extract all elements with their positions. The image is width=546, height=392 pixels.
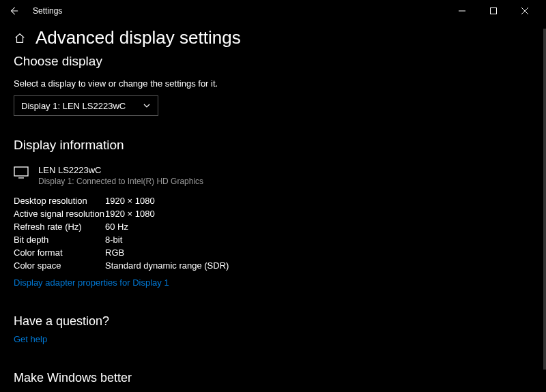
info-label: Refresh rate (Hz) — [14, 222, 105, 232]
info-value: Standard dynamic range (SDR) — [105, 260, 229, 271]
monitor-icon — [14, 166, 29, 181]
close-button[interactable] — [509, 0, 541, 22]
table-row: Desktop resolution 1920 × 1080 — [14, 196, 532, 206]
app-title: Settings — [33, 6, 62, 16]
table-row: Color space Standard dynamic range (SDR) — [14, 260, 532, 271]
choose-display-heading: Choose display — [14, 54, 532, 69]
scrollbar[interactable] — [543, 29, 546, 370]
svg-rect-1 — [14, 167, 28, 176]
table-row: Color format RGB — [14, 247, 532, 258]
display-dropdown-value: Display 1: LEN LS2223wC — [21, 101, 126, 111]
info-label: Color format — [14, 247, 105, 258]
page-header: Advanced display settings — [14, 27, 532, 48]
page-title: Advanced display settings — [35, 27, 241, 48]
table-row: Bit depth 8-bit — [14, 235, 532, 245]
info-label: Active signal resolution — [14, 209, 105, 219]
table-row: Active signal resolution 1920 × 1080 — [14, 209, 532, 219]
maximize-icon — [490, 7, 497, 14]
titlebar: Settings — [0, 0, 546, 22]
feedback-section: Make Windows better Give us feedback — [14, 371, 532, 392]
info-value: 60 Hz — [105, 222, 128, 232]
have-question-section: Have a question? Get help — [14, 314, 532, 345]
monitor-row: LEN LS2223wC Display 1: Connected to Int… — [14, 165, 532, 186]
svg-rect-0 — [491, 8, 497, 14]
back-button[interactable] — [5, 3, 22, 19]
info-value: 1920 × 1080 — [105, 196, 155, 206]
table-row: Refresh rate (Hz) 60 Hz — [14, 222, 532, 232]
titlebar-left: Settings — [5, 3, 62, 19]
info-value: 1920 × 1080 — [105, 209, 155, 219]
minimize-button[interactable] — [446, 0, 478, 22]
display-information-heading: Display information — [14, 138, 532, 153]
display-dropdown[interactable]: Display 1: LEN LS2223wC — [14, 95, 158, 116]
info-value: 8-bit — [105, 235, 122, 245]
monitor-connection: Display 1: Connected to Intel(R) HD Grap… — [38, 177, 203, 186]
info-label: Color space — [14, 260, 105, 271]
maximize-button[interactable] — [478, 0, 509, 22]
info-value: RGB — [105, 247, 124, 258]
minimize-icon — [459, 7, 465, 14]
choose-display-subtext: Select a display to view or change the s… — [14, 78, 532, 89]
feedback-heading: Make Windows better — [14, 371, 532, 385]
get-help-link[interactable]: Get help — [14, 334, 47, 344]
adapter-properties-link[interactable]: Display adapter properties for Display 1 — [14, 277, 169, 288]
info-label: Bit depth — [14, 235, 105, 245]
arrow-left-icon — [9, 6, 18, 16]
close-icon — [521, 7, 528, 14]
window-controls — [446, 0, 541, 22]
monitor-text: LEN LS2223wC Display 1: Connected to Int… — [38, 165, 203, 186]
home-icon[interactable] — [14, 32, 26, 44]
display-info-table: Desktop resolution 1920 × 1080 Active si… — [14, 196, 532, 271]
info-label: Desktop resolution — [14, 196, 105, 206]
chevron-down-icon — [143, 102, 151, 110]
have-question-heading: Have a question? — [14, 314, 532, 329]
content-area: Advanced display settings Choose display… — [0, 22, 546, 392]
monitor-name: LEN LS2223wC — [38, 165, 203, 175]
